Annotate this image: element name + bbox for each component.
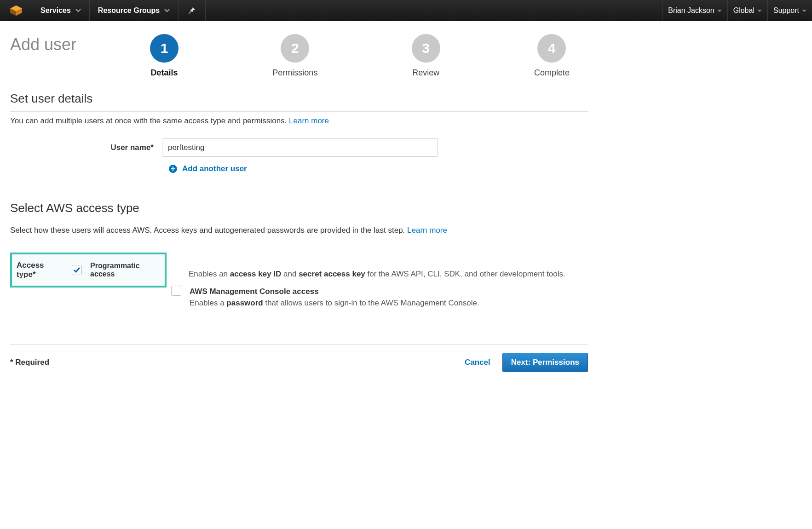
nav-label: Brian Jackson [668,6,714,15]
highlight-annotation: Access type* Programmatic access [10,253,167,288]
learn-more-link[interactable]: Learn more [407,226,447,235]
support-menu[interactable]: Support [767,0,812,21]
cube-icon [9,5,23,17]
wizard-connector [171,49,551,49]
desc-text: Select how these users will access AWS. … [10,226,407,235]
wizard-steps: 1 Details 2 Permissions 3 Review 4 Compl… [95,26,588,78]
divider [10,111,588,112]
caret-down-icon [802,10,806,12]
programmatic-access-description: Enables an access key ID and secret acce… [189,270,565,278]
nav-label: Resource Groups [98,6,160,15]
footer: * Required Cancel Next: Permissions [10,345,588,377]
cancel-button[interactable]: Cancel [459,353,496,372]
caret-down-icon [757,10,762,12]
caret-down-icon [717,10,722,12]
section-description: You can add multiple users at once with … [10,116,588,126]
step-label: Details [151,68,178,78]
console-access-description: Enables a password that allows users to … [190,297,479,309]
step-label: Review [412,68,439,78]
step-label: Complete [534,68,570,78]
console-access-title: AWS Management Console access [190,286,479,298]
wizard-step-review[interactable]: 3 Review [412,34,440,78]
divider [10,221,588,221]
svg-rect-5 [171,168,175,169]
required-note: * Required [10,358,49,367]
step-number: 4 [537,34,566,63]
section-user-details: Set user details You can add multiple us… [10,92,588,173]
console-access-checkbox[interactable] [171,286,181,296]
username-input[interactable] [162,138,438,157]
resource-groups-menu[interactable]: Resource Groups [90,0,179,21]
region-menu[interactable]: Global [727,0,767,21]
access-type-label: Access type* [17,261,59,279]
section-description: Select how these users will access AWS. … [10,226,588,235]
programmatic-access-checkbox[interactable] [72,265,82,275]
nav-label: Global [733,6,754,15]
section-heading: Select AWS access type [10,201,588,218]
pin-shortcut[interactable] [179,0,206,21]
wizard-step-details[interactable]: 1 Details [150,34,179,78]
learn-more-link[interactable]: Learn more [289,116,329,125]
top-navbar: Services Resource Groups Brian Jackson G… [0,0,812,21]
check-icon [73,267,81,273]
username-label: User name* [10,143,162,152]
account-menu[interactable]: Brian Jackson [662,0,727,21]
pin-icon [188,6,196,15]
plus-circle-icon [168,164,178,173]
step-number: 3 [412,34,440,63]
add-another-label: Add another user [182,164,247,173]
nav-label: Services [40,6,71,15]
desc-text: You can add multiple users at once with … [10,116,289,125]
step-number: 1 [150,34,179,63]
step-number: 2 [281,34,309,63]
wizard-step-permissions[interactable]: 2 Permissions [272,34,317,78]
chevron-down-icon [75,9,81,12]
programmatic-access-title: Programmatic access [90,262,156,278]
add-another-user-button[interactable]: Add another user [168,164,588,173]
next-permissions-button[interactable]: Next: Permissions [502,353,588,372]
nav-label: Support [773,6,799,15]
services-menu[interactable]: Services [32,0,90,21]
page-title: Add user [10,26,76,54]
section-heading: Set user details [10,92,588,109]
section-access-type: Select AWS access type Select how these … [10,201,588,312]
step-label: Permissions [272,68,317,78]
chevron-down-icon [164,9,170,12]
aws-logo[interactable] [0,0,32,21]
wizard-step-complete[interactable]: 4 Complete [534,34,570,78]
